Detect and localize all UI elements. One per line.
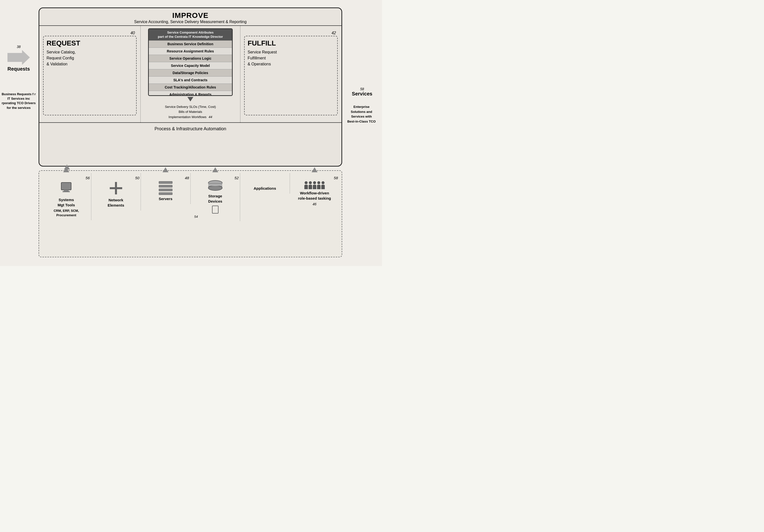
sca-row-2: Resource Assignment Rules [149, 48, 232, 55]
systems-subtitle: CRM, ERP, SCM,Procurement [54, 208, 79, 217]
improve-subtitle: Service Accounting, Service Delivery Mea… [39, 20, 341, 24]
annotation-46: 46 [312, 202, 316, 206]
improve-header: IMPROVE Service Accounting, Service Deli… [39, 8, 341, 26]
systems-number: 56 [86, 176, 90, 180]
sca-row-6: SLA's and Contracts [149, 76, 232, 84]
servers-title: Servers [159, 196, 172, 201]
delivery-number: 44 [209, 115, 212, 119]
request-panel: 40 REQUEST Service Catalog,Request Confi… [39, 26, 141, 122]
middle-section: 40 REQUEST Service Catalog,Request Confi… [39, 26, 341, 123]
left-side-panel: 38 Requests [2, 45, 35, 72]
sca-row-8: Administration & Reports [149, 91, 232, 96]
improve-title: IMPROVE [39, 11, 341, 20]
service-component-box: Service Component Attributes part of the… [148, 28, 233, 96]
svg-point-7 [208, 186, 222, 191]
fulfill-panel: 42 FULFILL Service RequestFulfillment& O… [240, 26, 341, 122]
infra-item-workflow: 58 [290, 173, 339, 208]
sca-row-5: Data/Storage Policies [149, 69, 232, 76]
infra-item-applications: Applications [240, 173, 290, 194]
network-number: 50 [135, 176, 139, 180]
workflow-number: 58 [334, 176, 338, 180]
storage-box-icon [212, 205, 219, 215]
storage-number: 52 [235, 176, 239, 180]
applications-title: Applications [254, 186, 276, 191]
business-requests-label: Business Requests f r IT Services inc rp… [1, 92, 36, 110]
workflow-title: Workflow-drivenrole-based tasking [298, 191, 331, 201]
main-outer-box: IMPROVE Service Accounting, Service Deli… [39, 7, 342, 167]
servers-arrow [162, 167, 168, 172]
left-number-badge: 38 [2, 45, 35, 49]
sca-row-7: Cost Tracking/Allocation Rules [149, 84, 232, 91]
fulfill-number: 42 [331, 31, 336, 35]
server-row-1 [159, 181, 172, 184]
svg-rect-4 [110, 187, 122, 189]
svg-rect-1 [64, 190, 69, 191]
infra-item-servers: 48 Servers [141, 173, 191, 204]
infra-item-storage: 52 StorageDevices 54 [191, 173, 240, 221]
request-number: 40 [130, 31, 135, 35]
requests-arrow [7, 50, 30, 65]
request-title: REQUEST [47, 39, 133, 47]
center-column: Service Component Attributes part of the… [141, 26, 240, 122]
sca-row-1: Business Service Definition [149, 41, 232, 48]
svg-rect-2 [63, 191, 70, 192]
sca-row-3: Service Operations Logic [149, 55, 232, 62]
storage-icon [208, 180, 223, 194]
server-row-2 [159, 185, 172, 188]
requests-label: Requests [2, 66, 35, 72]
svg-rect-8 [208, 185, 222, 186]
systems-title: SystemsMgt Tools [58, 197, 75, 207]
people-icon [304, 181, 325, 189]
right-number-badge: 58 [343, 87, 381, 91]
servers-icon [159, 180, 172, 196]
delivery-info: Service Delivery SLOs (Time, Cost) Bills… [165, 104, 216, 120]
infra-section: 56 SystemsMgt Tools CRM, ERP, SCM,Procur… [39, 170, 342, 257]
person-4 [317, 181, 320, 189]
infra-item-network: 50 NetworkElements [91, 173, 141, 210]
person-2 [308, 181, 312, 189]
storage-sub-number: 54 [194, 215, 198, 218]
person-1 [304, 181, 308, 189]
svg-rect-0 [61, 183, 71, 190]
sca-row-4: Service Capacity Model [149, 62, 232, 69]
infra-item-systems: 56 SystemsMgt Tools CRM, ERP, SCM,Procur… [42, 173, 91, 220]
svg-rect-9 [212, 206, 218, 213]
server-row-4 [159, 193, 172, 195]
services-label: Services [343, 91, 381, 97]
center-arrow-down [187, 97, 193, 101]
fulfill-dashed-box: 42 FULFILL Service RequestFulfillment& O… [244, 36, 338, 115]
workflow-arrow [311, 167, 317, 172]
sca-header: Service Component Attributes part of the… [149, 29, 232, 41]
network-title: NetworkElements [107, 198, 124, 208]
network-icon [110, 182, 122, 196]
person-3 [313, 181, 316, 189]
right-side-panel: 58 Services [343, 87, 381, 97]
request-dashed-box: 40 REQUEST Service Catalog,Request Confi… [43, 36, 137, 115]
fulfill-title: FULFILL [248, 39, 334, 47]
servers-number: 48 [185, 176, 189, 180]
server-row-3 [159, 189, 172, 191]
request-subtitle: Service Catalog,Request Config& Validati… [47, 49, 133, 67]
systems-arrow [63, 167, 69, 172]
fulfill-subtitle: Service RequestFulfillment& Operations [248, 49, 334, 67]
storage-arrow [212, 167, 218, 172]
page-container: 38 Requests Business Requests f r IT Ser… [0, 0, 382, 266]
process-automation-label: Process & Infrastructure Automation [39, 123, 341, 135]
person-5 [321, 181, 325, 189]
storage-title: StorageDevices [208, 194, 222, 204]
systems-icon [60, 182, 73, 195]
enterprise-label: EnterpriseSolutions andServices withBest… [342, 104, 381, 124]
